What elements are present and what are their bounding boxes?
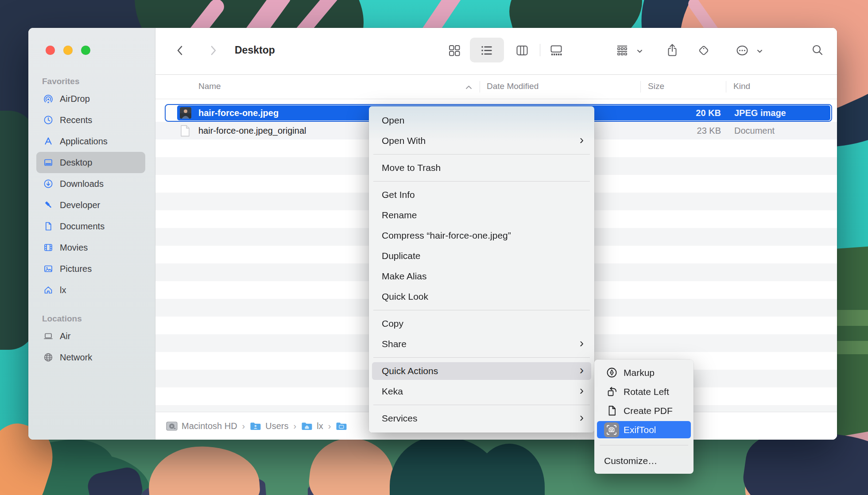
breadcrumb-separator: › [293, 421, 298, 431]
menu-item-rename[interactable]: Rename [369, 205, 594, 225]
folder-home-icon [301, 422, 313, 431]
quick-actions-submenu: Markup Rotate Left Create PDF [594, 360, 694, 474]
more-actions-button[interactable] [735, 43, 749, 58]
sidebar-item-movies[interactable]: Movies [36, 237, 145, 258]
forward-button[interactable] [206, 43, 220, 58]
close-button[interactable] [46, 46, 55, 55]
sidebar-item-label: Recents [60, 115, 92, 125]
airdrop-icon [43, 93, 54, 104]
menu-item-compress[interactable]: Compress “hair-force-one.jpeg” [369, 225, 594, 246]
submenu-chevron-icon: › [580, 133, 584, 147]
photo-icon [43, 263, 54, 274]
column-separator[interactable] [726, 81, 726, 93]
exiftool-icon [604, 422, 619, 437]
column-separator[interactable] [480, 81, 480, 93]
column-separator[interactable] [640, 81, 641, 93]
share-button[interactable] [665, 43, 679, 58]
sidebar-item-label: Applications [60, 136, 108, 147]
submenu-item-rotate-left[interactable]: Rotate Left [594, 382, 694, 401]
sidebar-item-documents[interactable]: Documents [36, 216, 145, 237]
group-by-button[interactable] [615, 43, 629, 58]
view-gallery-button[interactable] [549, 43, 563, 58]
document-icon [43, 221, 54, 232]
menu-item-copy[interactable]: Copy [369, 313, 594, 334]
file-size: 23 KB [640, 122, 721, 139]
submenu-chevron-icon: › [580, 383, 584, 398]
submenu-chevron-icon: › [580, 410, 584, 425]
sidebar-item-desktop[interactable]: Desktop [36, 152, 145, 173]
sidebar-item-label: Desktop [60, 158, 92, 168]
menu-item-duplicate[interactable]: Duplicate [369, 246, 594, 266]
submenu-item-exiftool[interactable]: ExifTool [594, 420, 694, 439]
column-header-kind[interactable]: Kind [733, 81, 750, 91]
menu-separator [373, 154, 590, 155]
column-header-date-modified[interactable]: Date Modified [487, 81, 539, 91]
menu-separator [373, 405, 590, 405]
menu-item-services[interactable]: Services › [369, 408, 594, 429]
submenu-chevron-icon: › [580, 363, 584, 377]
sidebar-item-label: Developer [60, 200, 100, 210]
list-column-headers: Name Date Modified Size Kind [155, 75, 837, 99]
sidebar-item-label: Downloads [60, 179, 104, 189]
view-grid-button[interactable] [447, 43, 461, 58]
create-pdf-icon [604, 403, 619, 418]
menu-item-open[interactable]: Open [369, 110, 594, 131]
breadcrumb-segment[interactable]: Users [265, 421, 288, 431]
submenu-item-create-pdf[interactable]: Create PDF [594, 401, 694, 420]
menu-separator [373, 310, 590, 310]
search-button[interactable] [810, 43, 825, 57]
menu-item-make-alias[interactable]: Make Alias [369, 266, 594, 286]
folder-desktop-icon [336, 422, 347, 431]
menu-separator [373, 181, 590, 182]
sidebar-item-network[interactable]: Network [36, 347, 145, 368]
desktop: Favorites AirDrop Rec [0, 0, 868, 495]
laptop-icon [43, 331, 54, 341]
menu-item-quick-actions[interactable]: Quick Actions › [369, 361, 594, 381]
column-header-size[interactable]: Size [648, 81, 664, 91]
back-button[interactable] [173, 43, 187, 58]
menu-item-get-info[interactable]: Get Info [369, 185, 594, 205]
window-title: Desktop [235, 44, 275, 56]
sidebar: Favorites AirDrop Rec [28, 28, 155, 440]
sidebar-item-label: Air [60, 331, 70, 341]
breadcrumb-segment[interactable]: lx [317, 421, 323, 431]
jpeg-thumbnail-icon [180, 107, 191, 119]
zoom-button[interactable] [81, 46, 90, 55]
menu-item-share[interactable]: Share › [369, 334, 594, 354]
file-size: 20 KB [640, 104, 721, 122]
more-actions-chevron-icon [756, 47, 763, 54]
sidebar-item-air[interactable]: Air [36, 325, 145, 347]
sidebar-item-recents[interactable]: Recents [36, 109, 145, 131]
group-by-chevron-icon [636, 47, 643, 54]
sidebar-item-label: AirDrop [60, 94, 90, 104]
menu-item-move-to-trash[interactable]: Move to Trash [369, 158, 594, 178]
submenu-item-customize[interactable]: Customize… [594, 451, 694, 470]
column-header-name[interactable]: Name [198, 81, 221, 91]
sidebar-item-developer[interactable]: Developer [36, 194, 145, 216]
hammer-icon [43, 200, 54, 210]
submenu-chevron-icon: › [580, 336, 584, 350]
sidebar-item-applications[interactable]: Applications [36, 131, 145, 152]
sidebar-section-locations: Locations [42, 314, 155, 324]
file-kind: Document [734, 122, 775, 139]
sidebar-item-label: Pictures [60, 264, 92, 274]
minimize-button[interactable] [63, 46, 73, 55]
desktop-icon [43, 157, 54, 168]
sidebar-item-home-lx[interactable]: lx [36, 279, 145, 301]
home-icon [43, 285, 54, 295]
tags-button[interactable] [697, 43, 711, 58]
menu-item-keka[interactable]: Keka › [369, 381, 594, 402]
breadcrumb-segment[interactable]: Macintosh HD [182, 421, 237, 431]
sort-ascending-icon [465, 85, 472, 89]
view-list-button[interactable] [480, 43, 494, 58]
sidebar-item-airdrop[interactable]: AirDrop [36, 88, 145, 109]
sidebar-item-pictures[interactable]: Pictures [36, 258, 145, 279]
view-columns-button[interactable] [515, 43, 529, 58]
sidebar-item-label: Movies [60, 243, 88, 253]
sidebar-item-downloads[interactable]: Downloads [36, 173, 145, 194]
view-group-separator [540, 44, 540, 56]
submenu-item-markup[interactable]: Markup [594, 363, 694, 382]
film-icon [43, 242, 54, 253]
menu-item-open-with[interactable]: Open With › [369, 131, 594, 151]
menu-item-quick-look[interactable]: Quick Look [369, 286, 594, 307]
